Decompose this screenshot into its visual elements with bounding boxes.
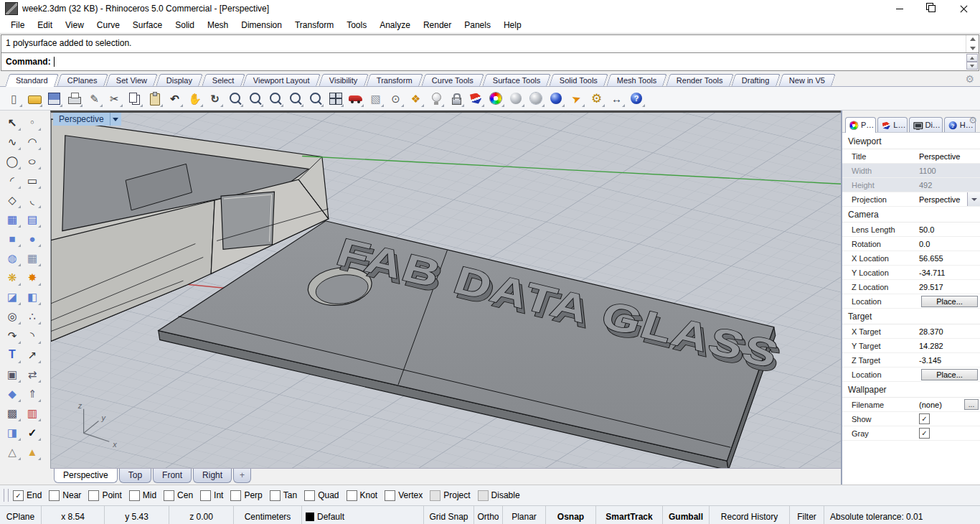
- property-value[interactable]: 50.0: [915, 223, 980, 236]
- osnap-toggle[interactable]: Quad: [304, 490, 339, 501]
- zoom-extents[interactable]: [266, 90, 284, 108]
- osnap-toggle[interactable]: Near: [49, 490, 81, 501]
- scroll-up-icon[interactable]: [970, 37, 976, 41]
- rotate-view[interactable]: ↻: [206, 90, 224, 108]
- arc[interactable]: ◜: [3, 171, 22, 190]
- zoom-dynamic[interactable]: [226, 90, 244, 108]
- open-file[interactable]: [25, 90, 43, 108]
- toolbar-tab[interactable]: New in V5: [778, 74, 836, 86]
- undo-view-change[interactable]: [306, 90, 324, 108]
- status-cell[interactable]: Planar: [503, 506, 546, 524]
- viewport-tab[interactable]: Front: [153, 469, 192, 483]
- interpolate-curve[interactable]: ◠: [23, 132, 42, 151]
- menu-item[interactable]: Curve: [90, 19, 126, 32]
- osnap-checkbox[interactable]: [385, 490, 395, 501]
- new-file[interactable]: ▯: [5, 90, 23, 108]
- spin-up-icon[interactable]: [970, 57, 974, 60]
- menu-item[interactable]: Dimension: [235, 19, 288, 32]
- cone[interactable]: △: [3, 442, 22, 461]
- osnap-checkbox[interactable]: [200, 490, 211, 501]
- property-value[interactable]: 14.282: [915, 339, 980, 352]
- cylinder[interactable]: ◍: [3, 248, 22, 267]
- property-value[interactable]: -34.711: [915, 266, 980, 279]
- status-cell[interactable]: y 5.43: [105, 506, 169, 524]
- osnap-checkbox[interactable]: [430, 490, 440, 501]
- browse-button[interactable]: ...: [964, 399, 979, 410]
- toolbar-tab[interactable]: Set View: [105, 74, 158, 86]
- status-cell[interactable]: Ortho: [474, 506, 503, 524]
- adjust-curve[interactable]: ↷: [3, 326, 22, 345]
- copy[interactable]: [126, 90, 143, 108]
- chamfer-edge[interactable]: ◧: [23, 287, 42, 306]
- toolbar-tab[interactable]: Mesh Tools: [607, 74, 668, 86]
- camera-place-button[interactable]: Place...: [921, 296, 978, 307]
- handle-curve[interactable]: ◝: [23, 326, 42, 345]
- property-value[interactable]: 0.0: [915, 237, 980, 251]
- zoom-window[interactable]: [246, 90, 264, 108]
- page-edit[interactable]: ✎: [85, 90, 103, 108]
- color-picker[interactable]: [487, 90, 505, 108]
- rectangle[interactable]: ▭: [23, 171, 42, 190]
- command-history[interactable]: 1 polysurface added to selection.: [1, 34, 979, 53]
- cplane[interactable]: ▧: [367, 90, 385, 108]
- zoom-selected[interactable]: [286, 90, 304, 108]
- toolbar-tab[interactable]: Viewport Layout: [242, 74, 320, 86]
- layers[interactable]: [467, 90, 485, 108]
- command-history-scrollbar[interactable]: [966, 35, 979, 52]
- point[interactable]: ○: [23, 113, 42, 131]
- viewport-tab[interactable]: +: [233, 469, 251, 483]
- osnap-checkbox[interactable]: [304, 490, 315, 501]
- toolbar-tab[interactable]: Transform: [367, 74, 423, 86]
- status-cell[interactable]: SmartTrack: [596, 506, 663, 524]
- tab-properties[interactable]: P…: [845, 117, 876, 133]
- print[interactable]: [65, 90, 83, 108]
- text-object[interactable]: T: [3, 345, 22, 364]
- viewport-menu-arrow-icon[interactable]: [110, 113, 121, 126]
- osnap-checkbox[interactable]: [49, 490, 60, 501]
- viewport-tab[interactable]: Perspective: [54, 469, 118, 483]
- boolean-union[interactable]: ❋: [3, 268, 22, 286]
- osnap-checkbox[interactable]: [230, 490, 241, 501]
- ellipse[interactable]: ○: [23, 151, 42, 170]
- named-views[interactable]: [347, 90, 364, 108]
- menu-item[interactable]: Edit: [31, 19, 59, 32]
- status-cell[interactable]: CPlane: [0, 506, 42, 524]
- move[interactable]: ❖: [407, 90, 425, 108]
- osnap-toggle[interactable]: Disable: [478, 490, 520, 501]
- tab-layers[interactable]: L…: [877, 117, 908, 132]
- menu-item[interactable]: Analyze: [373, 19, 417, 32]
- dimension[interactable]: ↔: [608, 90, 626, 108]
- sphere[interactable]: ●: [23, 229, 42, 248]
- toolbar-tab[interactable]: Visibility: [319, 74, 368, 86]
- osnap-toggle[interactable]: Perp: [230, 490, 262, 501]
- surface-grid[interactable]: ▦: [23, 248, 42, 267]
- toolbar-tab[interactable]: Select: [202, 74, 245, 86]
- shaded-viewport[interactable]: [507, 90, 525, 108]
- viewport-title-text[interactable]: Perspective: [53, 113, 110, 126]
- status-cell[interactable]: Default: [302, 506, 424, 524]
- osnap-checkbox[interactable]: [270, 490, 281, 501]
- rendered-viewport[interactable]: [527, 90, 545, 108]
- help[interactable]: [628, 90, 646, 108]
- toolbar-tab[interactable]: Drafting: [732, 74, 781, 86]
- command-input[interactable]: Command:: [1, 53, 979, 71]
- extrude[interactable]: ⇑: [23, 384, 42, 403]
- property-value[interactable]: 29.517: [915, 280, 980, 294]
- osnap-toggle[interactable]: End: [13, 490, 42, 501]
- perspective-viewport[interactable]: FAB DATA GLASS FAB DATA GLASS: [50, 111, 841, 468]
- osnap-toggle[interactable]: Cen: [164, 490, 193, 501]
- projection-select[interactable]: Perspective: [915, 192, 980, 206]
- viewport-layout[interactable]: [326, 90, 344, 108]
- wallpaper-filename-value[interactable]: (none) ...: [915, 398, 980, 411]
- viewport-canvas[interactable]: FAB DATA GLASS FAB DATA GLASS: [51, 113, 841, 468]
- menu-item[interactable]: Solid: [169, 19, 201, 32]
- circle[interactable]: ◯: [3, 151, 22, 170]
- scale[interactable]: ↗: [23, 345, 42, 364]
- status-cell[interactable]: Centimeters: [234, 506, 302, 524]
- undo[interactable]: ↶: [166, 90, 184, 108]
- status-cell[interactable]: Gumball: [663, 506, 710, 524]
- polygon[interactable]: ◇: [3, 190, 22, 209]
- osnap-checkbox[interactable]: [129, 490, 140, 501]
- split[interactable]: ▥: [23, 403, 42, 422]
- toolbar-tab[interactable]: CPlanes: [57, 74, 108, 86]
